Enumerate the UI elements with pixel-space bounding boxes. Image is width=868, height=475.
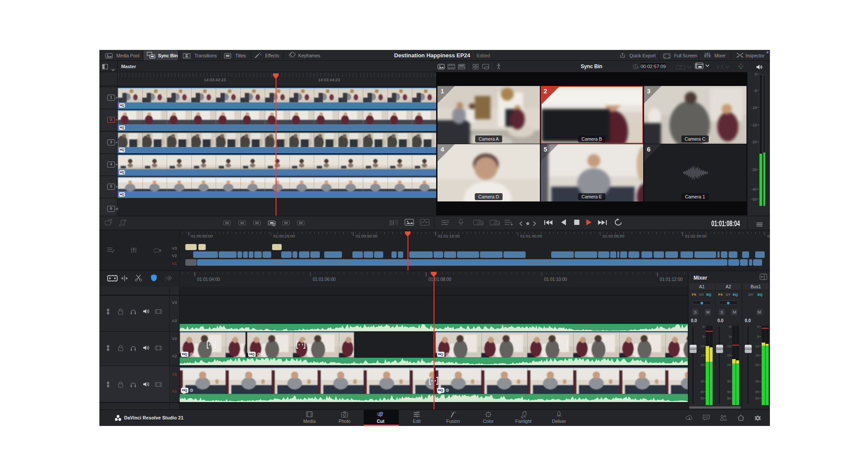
svg-text:POI: POI [495, 222, 500, 225]
svg-text:POI: POI [479, 222, 483, 225]
